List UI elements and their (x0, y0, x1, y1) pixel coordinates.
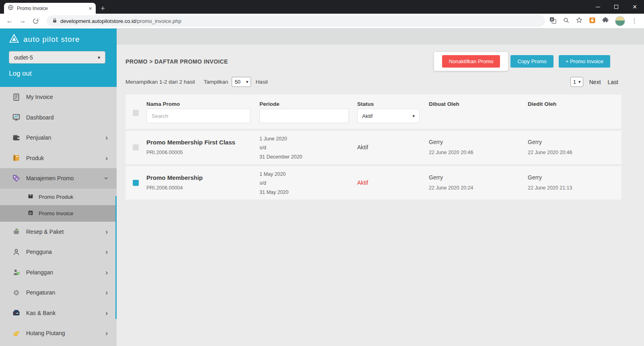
lock-icon[interactable] (52, 18, 57, 25)
outlet-select-value: outlet-5 (14, 54, 33, 61)
sidebar-item-dashboard[interactable]: Dashboard (0, 107, 117, 128)
periode-filter-input[interactable] (259, 109, 349, 123)
sidebar-item-resep-paket[interactable]: Resep & Paket › (0, 222, 117, 242)
copy-promo-button[interactable]: Copy Promo (510, 55, 553, 68)
column-header-diedit-oleh: Diedit Oleh (528, 101, 556, 107)
app-logo: auto pilot store (9, 34, 108, 45)
zoom-icon[interactable] (563, 17, 570, 25)
cash-register-icon (11, 309, 21, 317)
browser-window: Promo Invoice × + × ← → development.auto… (0, 0, 644, 346)
sidebar-item-promo-invoice[interactable]: Promo Invoice (0, 205, 117, 222)
created-at: 22 June 2020 20:46 (429, 150, 473, 155)
sidebar-item-pelanggan[interactable]: Pelanggan › (0, 262, 117, 283)
promo-code: PRI.2006.00004 (146, 185, 183, 191)
column-header-periode: Periode (259, 101, 280, 107)
table-row[interactable]: Promo Membership PRI.2006.00004 1 May 20… (126, 166, 621, 200)
add-promo-invoice-button[interactable]: + Promo Invoice (559, 55, 610, 68)
outlet-select[interactable]: outlet-5 ▾ (9, 51, 105, 64)
user-icon (11, 248, 21, 256)
product-box-icon (11, 154, 21, 162)
chevron-right-icon: › (105, 309, 108, 317)
results-label: Hasil (255, 79, 267, 85)
main-content: PROMO > DAFTAR PROMO INVOICE Nonaktifkan… (117, 29, 644, 346)
page-select[interactable]: 1 ▾ (570, 77, 583, 87)
window-maximize-button[interactable] (607, 0, 625, 14)
tab-title: Promo Invoice (17, 6, 85, 11)
invoice-icon (11, 93, 21, 101)
sidebar-item-promo-produk[interactable]: Promo Produk (0, 189, 117, 205)
chevron-down-icon: ▾ (246, 79, 249, 84)
sidebar-item-label: Resep & Paket (26, 229, 64, 235)
url-path: /promo_invoice.php (136, 18, 181, 24)
gear-icon (11, 288, 21, 297)
status-filter-select[interactable]: Aktif ▾ (357, 109, 420, 123)
action-buttons: Nonaktifkan Promo Copy Promo + Promo Inv… (434, 52, 610, 71)
sidebar-item-manajemen-promo[interactable]: Manajemen Promo › (0, 168, 117, 189)
browser-tab[interactable]: Promo Invoice × (4, 3, 96, 14)
period-separator: s/d (259, 180, 266, 186)
url-domain: development.autopilotstore.co.id (60, 18, 136, 24)
sidebar-header: auto pilot store outlet-5 ▾ Log out (0, 29, 117, 87)
sidebar-item-label: Manajemen Promo (26, 175, 74, 181)
sidebar-item-my-invoice[interactable]: My Invoice (0, 87, 117, 107)
bookmark-star-icon[interactable] (576, 16, 583, 25)
sidebar-item-pengaturan[interactable]: Pengaturan › (0, 282, 117, 303)
chevron-right-icon: › (105, 228, 108, 235)
promo-name: Promo Membership First Class (146, 139, 235, 146)
created-by: Gerry (429, 174, 443, 181)
profile-avatar[interactable] (615, 16, 625, 26)
window-close-button[interactable]: × (625, 0, 644, 14)
new-tab-button[interactable]: + (96, 3, 110, 14)
row-checkbox[interactable] (133, 144, 139, 150)
sidebar-item-penjualan[interactable]: Penjualan › (0, 128, 117, 148)
svg-text:A: A (551, 18, 553, 21)
row-checkbox[interactable] (133, 180, 139, 186)
sidebar-item-produk[interactable]: Produk › (0, 148, 117, 169)
extensions-puzzle-icon[interactable] (602, 16, 609, 25)
edited-by: Gerry (528, 174, 542, 181)
sidebar-item-label: Kas & Bank (26, 310, 56, 316)
logo-text: auto pilot store (23, 35, 80, 44)
sidebar-item-label: My Invoice (26, 94, 53, 100)
window-minimize-button[interactable] (588, 0, 607, 14)
chevron-right-icon: › (105, 289, 108, 296)
nonaktifkan-promo-button[interactable]: Nonaktifkan Promo (442, 55, 500, 68)
page-size-select[interactable]: 50 ▾ (232, 77, 251, 87)
sidebar-item-hutang-piutang[interactable]: Hutang Piutang › (0, 323, 117, 344)
extension-orange-icon[interactable] (589, 17, 596, 25)
sidebar-item-kas-bank[interactable]: Kas & Bank › (0, 303, 117, 323)
breadcrumb: PROMO > DAFTAR PROMO INVOICE (126, 58, 228, 65)
next-page-link[interactable]: Next (589, 79, 601, 85)
status-filter-value: Aktif (362, 113, 372, 119)
sidebar-item-label: Dashboard (26, 114, 54, 121)
period-end: 31 May 2020 (259, 189, 288, 195)
top-band (117, 29, 644, 45)
logo-triangle-icon (9, 34, 19, 45)
select-all-checkbox[interactable] (133, 110, 139, 116)
back-icon[interactable]: ← (4, 15, 15, 27)
customer-icon (11, 268, 21, 276)
translate-icon[interactable]: A (549, 16, 557, 26)
reload-icon[interactable] (30, 15, 41, 27)
results-count-text: Menampilkan 1-2 dari 2 hasil (126, 79, 195, 85)
status-value: Aktif (357, 144, 368, 150)
sidebar-item-pengguna[interactable]: Pengguna › (0, 242, 117, 262)
chevron-right-icon: › (105, 269, 108, 276)
show-label: Tampilkan (204, 79, 228, 85)
forward-icon[interactable]: → (17, 15, 28, 27)
tab-close-icon[interactable]: × (88, 5, 92, 11)
last-page-link[interactable]: Last (608, 79, 618, 85)
url-bar[interactable]: development.autopilotstore.co.id/promo_i… (47, 15, 545, 27)
nama-promo-search-input[interactable] (146, 109, 250, 123)
browser-menu-icon[interactable]: ⋮ (631, 18, 638, 24)
edited-by: Gerry (528, 139, 542, 145)
column-header-dibuat-oleh: Dibuat Oleh (429, 101, 459, 107)
promo-produk-icon (27, 193, 34, 201)
basket-icon (11, 227, 21, 236)
table-row[interactable]: Promo Membership First Class PRI.2006.00… (126, 131, 621, 164)
dashboard-icon (11, 113, 21, 122)
created-by: Gerry (429, 139, 443, 145)
sidebar-menu: My Invoice Dashboard Penjualan › (0, 87, 117, 344)
logout-link[interactable]: Log out (9, 70, 108, 78)
chevron-right-icon: › (105, 248, 108, 255)
